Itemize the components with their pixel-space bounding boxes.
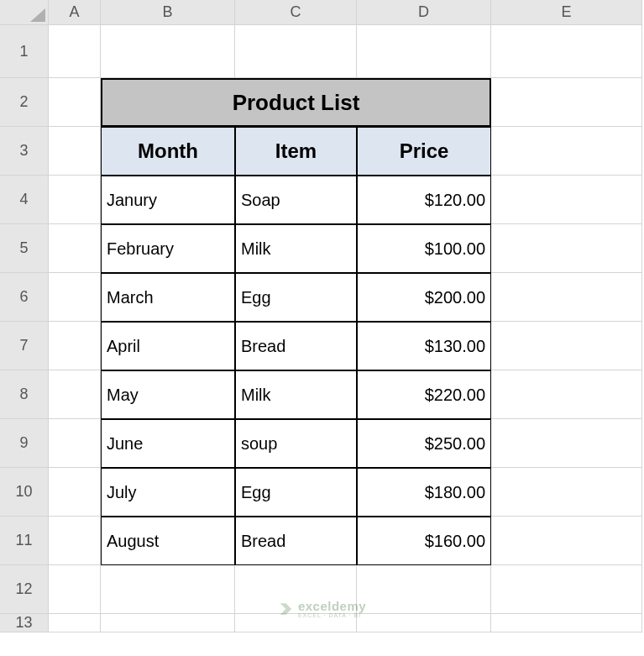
watermark-sub: EXCEL · DATA · BI bbox=[298, 612, 366, 618]
col-header-d[interactable]: D bbox=[357, 0, 491, 25]
cell-a5[interactable] bbox=[49, 224, 101, 273]
row-header-5[interactable]: 5 bbox=[0, 224, 49, 273]
cell-month-5[interactable]: June bbox=[101, 419, 235, 468]
cell-e5[interactable] bbox=[491, 224, 642, 273]
cell-c1[interactable] bbox=[235, 25, 357, 78]
cell-month-7[interactable]: August bbox=[101, 517, 235, 565]
col-header-c[interactable]: C bbox=[235, 0, 357, 25]
cell-month-0[interactable]: Janury bbox=[101, 176, 235, 224]
cell-b13[interactable] bbox=[101, 614, 235, 632]
row-header-3[interactable]: 3 bbox=[0, 127, 49, 176]
row-header-2[interactable]: 2 bbox=[0, 78, 49, 127]
row-header-13[interactable]: 13 bbox=[0, 614, 49, 632]
cell-item-2[interactable]: Egg bbox=[235, 273, 357, 322]
cell-a2[interactable] bbox=[49, 78, 101, 127]
cell-a1[interactable] bbox=[49, 25, 101, 78]
cell-item-6[interactable]: Egg bbox=[235, 468, 357, 517]
cell-month-1[interactable]: February bbox=[101, 224, 235, 273]
cell-item-1[interactable]: Milk bbox=[235, 224, 357, 273]
watermark-text: exceldemy bbox=[298, 599, 366, 613]
cell-a11[interactable] bbox=[49, 517, 101, 565]
cell-e4[interactable] bbox=[491, 176, 642, 224]
row-header-11[interactable]: 11 bbox=[0, 517, 49, 565]
row-header-6[interactable]: 6 bbox=[0, 273, 49, 322]
cell-a4[interactable] bbox=[49, 176, 101, 224]
cell-price-4[interactable]: $220.00 bbox=[357, 370, 491, 419]
watermark-text-block: exceldemy EXCEL · DATA · BI bbox=[298, 599, 366, 618]
cell-month-3[interactable]: April bbox=[101, 322, 235, 370]
select-all-corner[interactable] bbox=[0, 0, 49, 25]
cell-d12[interactable] bbox=[357, 565, 491, 614]
col-header-a[interactable]: A bbox=[49, 0, 101, 25]
cell-a9[interactable] bbox=[49, 419, 101, 468]
cell-price-0[interactable]: $120.00 bbox=[357, 176, 491, 224]
cell-b12[interactable] bbox=[101, 565, 235, 614]
spreadsheet-grid: A B C D E 1 2 Product List 3 Month Item … bbox=[0, 0, 644, 632]
watermark: exceldemy EXCEL · DATA · BI bbox=[278, 599, 366, 618]
cell-a10[interactable] bbox=[49, 468, 101, 517]
cell-a13[interactable] bbox=[49, 614, 101, 632]
col-header-e[interactable]: E bbox=[491, 0, 642, 25]
cell-e2[interactable] bbox=[491, 78, 642, 127]
cell-item-5[interactable]: soup bbox=[235, 419, 357, 468]
row-header-10[interactable]: 10 bbox=[0, 468, 49, 517]
cell-item-4[interactable]: Milk bbox=[235, 370, 357, 419]
cell-e6[interactable] bbox=[491, 273, 642, 322]
cell-price-6[interactable]: $180.00 bbox=[357, 468, 491, 517]
row-header-8[interactable]: 8 bbox=[0, 370, 49, 419]
cell-e3[interactable] bbox=[491, 127, 642, 176]
cell-e13[interactable] bbox=[491, 614, 642, 632]
cell-price-3[interactable]: $130.00 bbox=[357, 322, 491, 370]
cell-d13[interactable] bbox=[357, 614, 491, 632]
cell-month-4[interactable]: May bbox=[101, 370, 235, 419]
col-header-b[interactable]: B bbox=[101, 0, 235, 25]
cell-price-7[interactable]: $160.00 bbox=[357, 517, 491, 565]
row-header-12[interactable]: 12 bbox=[0, 565, 49, 614]
cell-a6[interactable] bbox=[49, 273, 101, 322]
header-item[interactable]: Item bbox=[235, 127, 357, 176]
row-header-1[interactable]: 1 bbox=[0, 25, 49, 78]
header-month[interactable]: Month bbox=[101, 127, 235, 176]
cell-d1[interactable] bbox=[357, 25, 491, 78]
cell-e9[interactable] bbox=[491, 419, 642, 468]
cell-e12[interactable] bbox=[491, 565, 642, 614]
cell-a7[interactable] bbox=[49, 322, 101, 370]
table-title[interactable]: Product List bbox=[101, 78, 491, 127]
cell-item-0[interactable]: Soap bbox=[235, 176, 357, 224]
cell-price-2[interactable]: $200.00 bbox=[357, 273, 491, 322]
cell-e11[interactable] bbox=[491, 517, 642, 565]
cell-item-3[interactable]: Bread bbox=[235, 322, 357, 370]
cell-e7[interactable] bbox=[491, 322, 642, 370]
cell-a8[interactable] bbox=[49, 370, 101, 419]
cell-month-2[interactable]: March bbox=[101, 273, 235, 322]
row-header-9[interactable]: 9 bbox=[0, 419, 49, 468]
cell-e1[interactable] bbox=[491, 25, 642, 78]
cell-a3[interactable] bbox=[49, 127, 101, 176]
cell-e8[interactable] bbox=[491, 370, 642, 419]
cell-price-1[interactable]: $100.00 bbox=[357, 224, 491, 273]
cell-month-6[interactable]: July bbox=[101, 468, 235, 517]
header-price[interactable]: Price bbox=[357, 127, 491, 176]
cell-price-5[interactable]: $250.00 bbox=[357, 419, 491, 468]
watermark-icon bbox=[278, 601, 293, 617]
row-header-7[interactable]: 7 bbox=[0, 322, 49, 370]
cell-e10[interactable] bbox=[491, 468, 642, 517]
cell-b1[interactable] bbox=[101, 25, 235, 78]
cell-item-7[interactable]: Bread bbox=[235, 517, 357, 565]
row-header-4[interactable]: 4 bbox=[0, 176, 49, 224]
cell-a12[interactable] bbox=[49, 565, 101, 614]
